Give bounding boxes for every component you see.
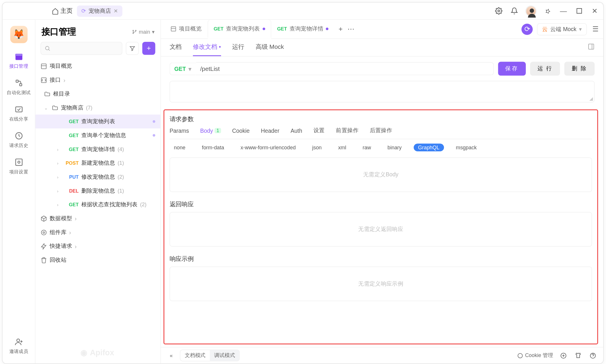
more-tabs-button[interactable]: ⋯	[347, 25, 355, 33]
body-type-option[interactable]: GraphQL	[414, 144, 444, 151]
subtab[interactable]: 高级 Mock	[256, 43, 284, 56]
tree-endpoint[interactable]: ›GET查询宠物详情(4)	[35, 142, 161, 156]
body-type-option[interactable]: json	[308, 144, 326, 151]
body-type-option[interactable]: raw	[358, 144, 375, 151]
rail-share[interactable]: 在线分享	[9, 105, 28, 122]
section-example: 响应示例	[170, 255, 592, 263]
rail-api[interactable]: 接口管理	[9, 52, 28, 69]
endpoint-name: 删除宠物信息	[81, 187, 115, 195]
tree-endpoint[interactable]: ›POST新建宠物信息(1)	[35, 156, 161, 170]
tree-overview[interactable]: 项目概览	[35, 59, 161, 73]
avatar[interactable]	[525, 5, 537, 17]
search-input[interactable]	[41, 42, 123, 55]
plus-icon: +	[147, 44, 151, 52]
mode-debug[interactable]: 调试模式	[210, 350, 239, 361]
sync-button[interactable]: ⟳	[521, 24, 533, 35]
mode-segment[interactable]: 文档模式 调试模式	[180, 349, 240, 361]
tree-endpoint[interactable]: ›DEL删除宠物信息(1)	[35, 184, 161, 198]
run-button[interactable]: 运 行	[530, 62, 560, 76]
editor-tab[interactable]: GET查询宠物详情	[271, 19, 334, 39]
svg-rect-7	[15, 107, 22, 112]
svg-rect-5	[16, 80, 18, 82]
close-icon[interactable]: ✕	[114, 8, 118, 14]
body-type-option[interactable]: x-www-form-urlencoded	[236, 144, 300, 151]
rail-settings[interactable]: 项目设置	[9, 157, 28, 175]
rail-history[interactable]: 请求历史	[9, 131, 28, 149]
modified-dot	[262, 27, 265, 30]
svg-point-15	[45, 46, 49, 50]
param-tab[interactable]: 前置操作	[336, 127, 358, 135]
add-circle-icon[interactable]	[559, 351, 568, 360]
collapse-icon[interactable]: «	[167, 351, 176, 360]
editor-tab[interactable]: GET查询宠物列表	[208, 19, 271, 39]
subtab[interactable]: 运行	[232, 43, 244, 56]
home-link[interactable]: 主页	[52, 7, 73, 15]
tab-label: 查询宠物详情	[290, 25, 323, 33]
method-badge: GET	[65, 133, 79, 138]
menu-icon[interactable]: ☰	[591, 25, 600, 33]
add-tab-button[interactable]: +	[336, 25, 345, 33]
empty-example: 无需定义响应示例	[170, 266, 592, 301]
tree-data-model[interactable]: 数据模型 ›	[35, 211, 161, 225]
settings-icon[interactable]	[494, 7, 503, 15]
description-textarea[interactable]	[170, 81, 595, 103]
maximize-icon[interactable]	[575, 7, 583, 15]
tree-folder-petstore[interactable]: ⌄ 宠物商店 (7)	[35, 101, 161, 115]
mock-selector[interactable]: 云 云端 Mock ▾	[537, 23, 587, 35]
app-logo[interactable]: 🦊	[10, 26, 28, 43]
editor-tab[interactable]: 项目概览	[164, 19, 208, 39]
body-type-option[interactable]: none	[170, 144, 190, 151]
tree-endpoint[interactable]: ›PUT修改宠物信息(2)	[35, 170, 161, 184]
folder-icon	[44, 91, 51, 97]
param-tab[interactable]: 设置	[313, 127, 325, 135]
endpoint-name: 根据状态查找宠物列表	[81, 201, 138, 209]
cookie-link[interactable]: Cookie 管理	[517, 352, 553, 359]
top-tab-project[interactable]: ⟳ 宠物商店 ✕	[77, 5, 122, 17]
mode-doc[interactable]: 文档模式	[180, 350, 210, 361]
subtabs: 文档修改文档 •运行高级 Mock	[161, 39, 603, 57]
url-input[interactable]: /petList	[196, 62, 494, 75]
param-tab[interactable]: Body1	[200, 127, 221, 135]
subtab[interactable]: 修改文档 •	[193, 43, 221, 56]
pin-icon[interactable]	[544, 7, 552, 15]
shirt-icon[interactable]	[574, 351, 582, 360]
body-type-option[interactable]: msgpack	[451, 144, 481, 151]
bell-icon[interactable]	[510, 7, 519, 15]
param-tab[interactable]: Header	[261, 127, 279, 135]
tree-endpoint[interactable]: GET查询单个宠物信息	[35, 128, 161, 142]
tree-root-folder[interactable]: 根目录	[35, 87, 161, 101]
tree-api-group[interactable]: 接口 ›	[35, 73, 161, 87]
rail-label: 邀请成员	[9, 348, 28, 355]
param-tab[interactable]: Auth	[291, 127, 302, 135]
method-badge: GET	[65, 202, 79, 207]
filter-button[interactable]	[126, 42, 139, 55]
subtab[interactable]: 文档	[170, 43, 182, 56]
method-selector[interactable]: GET ▾	[170, 62, 196, 75]
tree-recycle[interactable]: 回收站	[35, 253, 161, 267]
rail-automation[interactable]: 自动化测试	[7, 78, 31, 96]
tree-endpoint[interactable]: GET查询宠物列表	[35, 114, 161, 128]
method-badge: GET	[214, 26, 224, 31]
minimize-icon[interactable]: —	[559, 7, 568, 15]
tree-endpoint[interactable]: ›GET根据状态查找宠物列表(2)	[35, 198, 161, 211]
cube-icon	[41, 215, 47, 222]
tree-component[interactable]: 组件库 ›	[35, 225, 161, 239]
window-close-icon[interactable]: ✕	[590, 7, 599, 15]
body-type-option[interactable]: binary	[383, 144, 406, 151]
panel-toggle-icon[interactable]	[588, 43, 595, 56]
save-button[interactable]: 保存	[498, 62, 526, 76]
param-tab[interactable]: Params	[170, 127, 189, 135]
rail-invite[interactable]: 邀请成员	[9, 337, 28, 355]
param-tab[interactable]: Cookie	[232, 127, 250, 135]
footer: « 文档模式 调试模式 Cookie 管理	[161, 347, 603, 364]
tree-quick-request[interactable]: 快捷请求 ›	[35, 239, 161, 253]
add-button[interactable]: +	[142, 42, 155, 55]
body-type-option[interactable]: xml	[334, 144, 351, 151]
param-tab[interactable]: 后置操作	[370, 127, 392, 135]
delete-button[interactable]: 删 除	[564, 62, 595, 76]
body-type-option[interactable]: form-data	[198, 144, 228, 151]
chevron-down-icon: ▾	[152, 29, 155, 35]
help-icon[interactable]	[589, 351, 597, 360]
app-window: 主页 ⟳ 宠物商店 ✕ — ✕ 🦊 接口管理	[2, 2, 604, 364]
branch-selector[interactable]: main ▾	[132, 29, 155, 35]
